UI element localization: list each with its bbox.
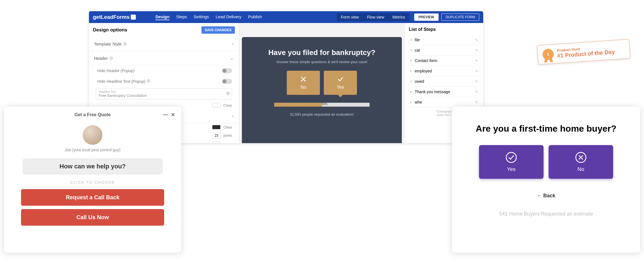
- svg-point-0: [506, 152, 516, 162]
- unit-label-2: pixels: [223, 143, 232, 143]
- avatar: [83, 125, 102, 145]
- save-changes-button[interactable]: SAVE CHANGES: [201, 26, 235, 34]
- drag-icon[interactable]: ≡: [410, 90, 412, 94]
- clear-link-1[interactable]: Clear: [223, 103, 232, 107]
- header-row[interactable]: Header ⌄: [89, 51, 239, 65]
- size-input-1[interactable]: [212, 133, 221, 138]
- header-label: Header: [94, 56, 108, 61]
- info-icon: [123, 42, 127, 46]
- nav-steps[interactable]: Steps: [176, 14, 187, 20]
- tab-flow-view[interactable]: Flow view: [363, 13, 388, 21]
- size-input-2[interactable]: [212, 142, 221, 143]
- hide-headline-label: Hide Headline Text (Popup): [97, 79, 145, 84]
- color-swatch-dark[interactable]: [212, 125, 221, 129]
- hide-header-label: Hide Header (Popup): [97, 68, 134, 73]
- template-style-row[interactable]: Template Style ›: [89, 37, 239, 51]
- topbar: getLeadForms Design Steps Settings Lead …: [89, 11, 483, 23]
- chat-bubble: How can we help you?: [22, 158, 163, 175]
- step-item[interactable]: ≡car✎: [409, 45, 479, 56]
- buyer-choices: Yes No: [463, 145, 629, 179]
- chevron-right-icon: ›: [232, 41, 234, 47]
- progress-fill: [274, 103, 322, 107]
- step-item[interactable]: ≡file✎: [409, 35, 479, 45]
- progress-bar: 50%: [274, 103, 370, 107]
- back-button[interactable]: ← Back: [463, 193, 629, 199]
- quote-widget: Get a Free Quote — ✕ Joe (your local pes…: [4, 107, 181, 253]
- edit-icon[interactable]: ✎: [475, 79, 478, 84]
- tab-metrics[interactable]: Metrics: [388, 13, 409, 21]
- drag-icon[interactable]: ≡: [410, 69, 412, 73]
- drag-icon[interactable]: ≡: [410, 59, 412, 63]
- buyer-yes-button[interactable]: Yes: [479, 145, 544, 179]
- nav-settings[interactable]: Settings: [194, 14, 209, 20]
- hide-headline-row: Hide Headline Text (Popup): [89, 76, 239, 87]
- step-item[interactable]: ≡owed✎: [409, 76, 479, 87]
- steps-note-1: *Changing t: [436, 110, 452, 113]
- info-icon: [146, 79, 150, 83]
- edit-icon[interactable]: ✎: [475, 69, 478, 73]
- clear-link-2[interactable]: Clear: [223, 125, 232, 129]
- panel-title: Design options: [93, 27, 127, 33]
- headline-tiny-label: Headline Text: [99, 90, 229, 93]
- close-icon[interactable]: ✕: [171, 112, 175, 118]
- logo: getLeadForms: [93, 14, 136, 20]
- color-swatch-light[interactable]: [212, 103, 221, 107]
- edit-icon[interactable]: ✎: [475, 48, 478, 52]
- drag-icon[interactable]: ≡: [410, 79, 412, 83]
- buyer-yes-label: Yes: [507, 166, 516, 172]
- progress-percent: 50%: [322, 103, 327, 106]
- drag-icon[interactable]: ≡: [410, 100, 412, 104]
- buyer-no-button[interactable]: No: [549, 145, 613, 179]
- quote-title: Get a Free Quote: [75, 112, 111, 117]
- preview-choices: No Yes: [250, 71, 393, 95]
- choice-no-label: No: [301, 85, 306, 90]
- step-label: car: [415, 48, 475, 52]
- steps-note-2: does not c: [437, 113, 451, 116]
- choice-no[interactable]: No: [287, 71, 320, 95]
- form-preview: Have you filed for bankruptcy? Answer th…: [242, 37, 402, 143]
- agent-name: Joe (your local pest control guy): [7, 148, 178, 152]
- x-icon: [300, 76, 307, 83]
- step-item[interactable]: ≡employed✎: [409, 66, 479, 76]
- buyer-no-label: No: [577, 166, 584, 172]
- drag-icon[interactable]: ≡: [410, 38, 412, 42]
- choice-yes[interactable]: Yes: [324, 71, 357, 95]
- logo-badge-icon: [131, 15, 136, 20]
- hide-header-toggle[interactable]: [222, 68, 232, 73]
- step-item[interactable]: ≡Thank you message✎: [409, 87, 479, 97]
- step-label: Contact form: [415, 58, 475, 63]
- headline-value: Free Bankruptcy Consultation: [99, 93, 229, 98]
- headline-text-field[interactable]: Headline Text Free Bankruptcy Consultati…: [96, 88, 232, 100]
- step-item[interactable]: ≡Contact form✎: [409, 56, 479, 66]
- buyer-title: Are you a first-time home buyer?: [463, 123, 629, 134]
- preview-stat: 31,593 people requested an evaluation!: [250, 112, 393, 116]
- nav-lead-delivery[interactable]: Lead Delivery: [216, 14, 242, 20]
- nav-publish[interactable]: Publish: [248, 14, 262, 20]
- preview-button[interactable]: PREVIEW: [414, 13, 439, 21]
- view-tabs: Form view Flow view Metrics: [337, 13, 409, 21]
- medal-icon: 1: [542, 49, 554, 61]
- nav-design[interactable]: Design: [155, 14, 169, 20]
- call-us-now-button[interactable]: Call Us Now: [21, 209, 164, 226]
- tab-form-view[interactable]: Form view: [337, 13, 363, 21]
- edit-icon[interactable]: ✎: [475, 38, 478, 42]
- step-label: Thank you message: [415, 90, 475, 94]
- minimize-icon[interactable]: —: [163, 112, 168, 118]
- edit-icon[interactable]: ✎: [475, 100, 478, 104]
- click-to-choose-label: CLICK TO CHOOSE: [7, 180, 178, 185]
- copy-icon[interactable]: ⧉: [226, 91, 230, 96]
- drag-icon[interactable]: ≡: [410, 48, 412, 52]
- canvas: Have you filed for bankruptcy? Answer th…: [239, 23, 405, 143]
- template-style-label: Template Style: [94, 42, 122, 46]
- unit-label-1: pixels: [223, 134, 232, 138]
- edit-icon[interactable]: ✎: [475, 90, 478, 94]
- duplicate-form-button[interactable]: DUPLICATE FORM: [441, 13, 479, 21]
- hide-headline-toggle[interactable]: [222, 79, 232, 84]
- request-callback-button[interactable]: Request a Call Back: [21, 189, 164, 206]
- edit-icon[interactable]: ✎: [475, 59, 478, 63]
- topbar-buttons: PREVIEW DUPLICATE FORM: [414, 13, 479, 21]
- step-item[interactable]: ≡whe✎: [409, 97, 479, 107]
- choice-yes-label: Yes: [337, 85, 344, 90]
- step-label: employed: [415, 69, 475, 73]
- info-icon: [109, 56, 113, 60]
